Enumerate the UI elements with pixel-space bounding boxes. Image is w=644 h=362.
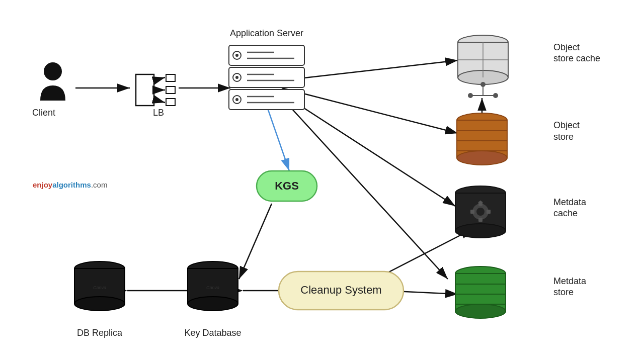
architecture-diagram: Client LB Application Server [0, 0, 644, 362]
svg-line-5 [282, 60, 458, 80]
svg-line-9 [267, 106, 289, 171]
lb-node [136, 74, 175, 106]
lb-label: LB [153, 108, 164, 118]
branding: enjoyalgorithms.com [33, 180, 107, 189]
svg-rect-22 [166, 86, 175, 94]
svg-line-10 [239, 204, 272, 279]
client-label: Client [32, 108, 55, 118]
key-database-label: Key Database [184, 328, 241, 338]
svg-rect-17 [136, 74, 154, 106]
object-store-cache-node [458, 35, 508, 98]
key-database-node: Canva [188, 261, 238, 311]
svg-text:Canva: Canva [93, 285, 106, 290]
metadata-cache-node [455, 186, 506, 238]
svg-line-20 [154, 100, 165, 103]
svg-point-54 [457, 151, 507, 165]
svg-point-36 [235, 98, 238, 101]
db-replica-label: DB Replica [77, 328, 123, 338]
svg-point-31 [235, 76, 238, 79]
svg-point-16 [44, 62, 62, 80]
object-store-label2: store [553, 132, 574, 142]
cleanup-system-label: Cleanup System [300, 284, 381, 296]
svg-point-77 [74, 297, 125, 311]
svg-rect-62 [470, 210, 474, 214]
svg-point-73 [188, 297, 238, 311]
metadata-store-label1: Metdata [553, 276, 587, 286]
metadata-store-node [455, 266, 506, 318]
app-server-node [229, 45, 304, 110]
svg-rect-24 [229, 45, 304, 65]
svg-rect-34 [229, 89, 304, 110]
metadata-cache-label1: Metdata [553, 197, 587, 207]
svg-point-47 [493, 93, 498, 98]
db-replica-node: Canva [74, 261, 125, 311]
object-store-cache-label2: store cache [553, 53, 600, 63]
svg-rect-23 [166, 99, 175, 106]
client-node [40, 62, 65, 101]
kgs-label: KGS [275, 179, 299, 192]
metadata-cache-label2: cache [553, 208, 578, 218]
svg-rect-61 [478, 218, 482, 222]
svg-point-26 [235, 54, 238, 57]
metadata-store-label2: store [553, 287, 574, 297]
svg-text:Canva: Canva [206, 285, 219, 290]
object-store-label1: Object [553, 120, 580, 130]
svg-point-70 [455, 304, 506, 318]
svg-point-46 [468, 93, 473, 98]
svg-point-59 [476, 208, 485, 216]
app-server-title: Application Server [230, 28, 303, 38]
svg-rect-29 [229, 67, 304, 87]
svg-point-48 [480, 82, 486, 87]
svg-rect-63 [487, 210, 491, 214]
object-store-cache-label1: Object [553, 42, 580, 52]
object-store-node [457, 113, 507, 165]
svg-line-18 [154, 77, 165, 80]
svg-point-57 [455, 224, 506, 238]
svg-rect-21 [166, 74, 175, 81]
